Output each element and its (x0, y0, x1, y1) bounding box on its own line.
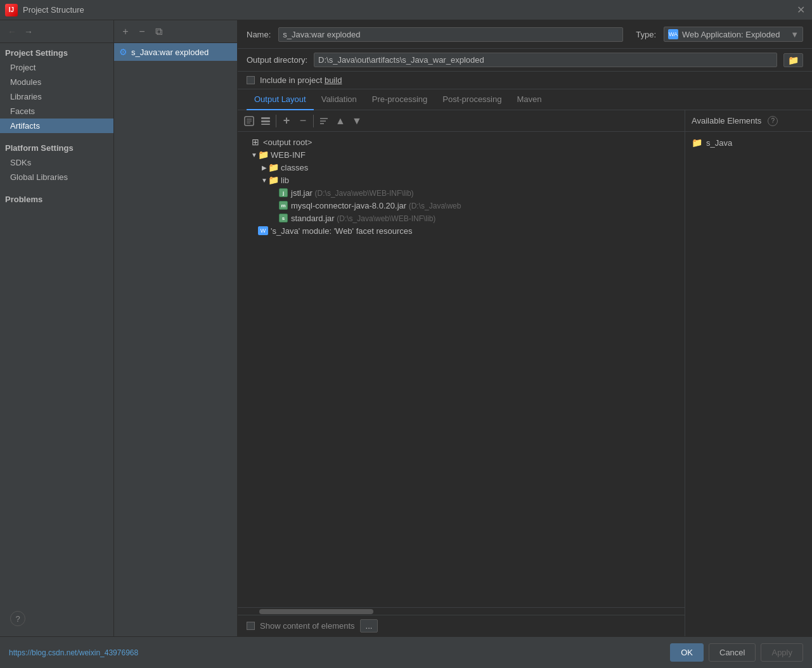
tree-add-button[interactable]: + (279, 113, 294, 129)
footer-link[interactable]: https://blog.csdn.net/weixin_43976968 (9, 648, 138, 657)
sidebar-item-problems[interactable]: Problems (0, 189, 113, 207)
tree-node-web-inf[interactable]: ▼ 📁 WEB-INF (238, 148, 685, 161)
settings-header: Name: Type: WA Web Application: Exploded… (238, 20, 812, 49)
include-build-label[interactable]: Include in project build (260, 75, 342, 85)
name-input[interactable] (278, 27, 623, 42)
tree-node-facet-resources[interactable]: W 's_Java' module: 'Web' facet resources (238, 224, 685, 237)
artifact-item-label: s_Java:war exploded (131, 48, 209, 57)
tree-move-down-button[interactable]: ▼ (349, 113, 364, 129)
tree-move-up-button[interactable]: ▲ (333, 113, 348, 129)
sidebar-item-artifacts-label: Artifacts (10, 121, 40, 131)
browse-folder-button[interactable]: 📁 (783, 53, 803, 67)
dots-button[interactable]: ... (360, 619, 378, 633)
output-layout-content: + − ▲ ▼ (238, 110, 812, 636)
sidebar-item-project-label: Project (10, 63, 35, 72)
help-button[interactable]: ? (10, 611, 25, 626)
tree-node-classes[interactable]: ▶ 📁 classes (238, 161, 685, 174)
tree-node-standard-label: standard.jar (D:\s_Java\web\WEB-INF\lib) (291, 214, 435, 223)
include-build-row: Include in project build (238, 72, 812, 89)
sidebar-item-sdks-label: SDKs (10, 158, 31, 167)
tree-arrow-lib: ▼ (261, 177, 268, 184)
tab-maven[interactable]: Maven (509, 89, 549, 110)
horizontal-scrollbar[interactable] (238, 607, 685, 615)
tree-node-jstl-path: (D:\s_Java\web\WEB-INF\lib) (315, 189, 414, 198)
tab-post-processing[interactable]: Post-processing (435, 89, 509, 110)
scroll-thumb (259, 609, 373, 614)
tree-node-output-root[interactable]: ⊞ <output root> (238, 136, 685, 148)
type-dropdown[interactable]: WA Web Application: Exploded ▼ (664, 27, 803, 42)
tree-arrow-web-inf: ▼ (250, 151, 258, 158)
artifact-list: ⚙ s_Java:war exploded (114, 43, 237, 636)
add-artifact-button[interactable]: + (118, 24, 133, 39)
artifact-item-s-java-war[interactable]: ⚙ s_Java:war exploded (114, 43, 237, 61)
sidebar-item-facets[interactable]: Facets (0, 104, 113, 119)
sort-icon (319, 116, 329, 126)
tree-toolbar: + − ▲ ▼ (238, 110, 685, 132)
artifact-panel: + − ⧉ ⚙ s_Java:war exploded (114, 20, 238, 636)
include-build-underline: build (325, 75, 342, 85)
tree-node-standard-jar[interactable]: s standard.jar (D:\s_Java\web\WEB-INF\li… (238, 212, 685, 224)
title-bar: IJ Project Structure ✕ (0, 0, 812, 20)
output-root-icon: ⊞ (250, 137, 261, 147)
output-dir-label: Output directory: (247, 55, 307, 65)
tree-node-standard-path: (D:\s_Java\web\WEB-INF\lib) (337, 214, 435, 223)
tab-validation[interactable]: Validation (314, 89, 364, 110)
output-dir-row: Output directory: 📁 (238, 49, 812, 72)
tree-btn-2[interactable] (258, 113, 273, 129)
available-elements-help-icon[interactable]: ? (768, 116, 778, 126)
tree-node-facet-label: 's_Java' module: 'Web' facet resources (271, 226, 413, 236)
tab-pre-processing[interactable]: Pre-processing (364, 89, 435, 110)
svg-rect-5 (261, 120, 270, 122)
forward-button[interactable]: → (22, 25, 35, 38)
ok-button[interactable]: OK (670, 643, 704, 662)
title-bar-left: IJ Project Structure (5, 4, 84, 16)
type-value: Web Application: Exploded (682, 30, 780, 39)
tree-remove-button[interactable]: − (295, 113, 311, 129)
available-elements-header: Available Elements ? (685, 110, 812, 132)
tree-node-classes-label: classes (281, 163, 308, 172)
apply-button[interactable]: Apply (761, 643, 803, 662)
jar-icon-standard: s (279, 214, 288, 222)
sidebar-item-artifacts[interactable]: Artifacts (0, 119, 113, 133)
cancel-button[interactable]: Cancel (709, 643, 756, 662)
module-facet-icon: W (258, 226, 268, 236)
sidebar-item-project[interactable]: Project (0, 60, 113, 75)
sidebar-item-global-libraries[interactable]: Global Libraries (0, 170, 113, 184)
sidebar-item-facets-label: Facets (10, 106, 35, 116)
tree-node-lib[interactable]: ▼ 📁 lib (238, 174, 685, 186)
include-build-checkbox[interactable] (247, 76, 255, 84)
available-item-s-java[interactable]: 📁 s_Java (692, 136, 806, 150)
app-icon: IJ (5, 4, 18, 16)
type-icon-label: WA (669, 31, 678, 37)
output-dir-input[interactable] (314, 53, 777, 67)
close-button[interactable]: ✕ (794, 4, 807, 16)
jar-icon-mysql: m (279, 201, 288, 210)
tree-node-mysql-label: mysql-connector-java-8.0.20.jar (D:\s_Ja… (291, 201, 461, 210)
tabs-bar: Output Layout Validation Pre-processing … (238, 89, 812, 110)
svg-rect-6 (261, 124, 270, 125)
tree-sort-button[interactable] (316, 113, 332, 129)
sidebar-item-libraries-label: Libraries (10, 92, 42, 101)
show-content-checkbox[interactable] (247, 622, 255, 630)
tree-node-lib-label: lib (281, 176, 289, 185)
folder-lib-icon: 📁 (268, 175, 278, 185)
sidebar-item-modules[interactable]: Modules (0, 75, 113, 89)
tree-node-mysql-jar[interactable]: m mysql-connector-java-8.0.20.jar (D:\s_… (238, 199, 685, 212)
sidebar-item-global-libraries-label: Global Libraries (10, 172, 68, 182)
copy-artifact-button[interactable]: ⧉ (151, 24, 166, 39)
tree-node-jstl-label: jstl.jar (D:\s_Java\web\WEB-INF\lib) (291, 188, 414, 198)
tree-btn-1[interactable] (242, 113, 257, 129)
toolbar-separator-2 (313, 115, 314, 127)
remove-artifact-button[interactable]: − (134, 24, 150, 39)
tab-output-layout[interactable]: Output Layout (247, 89, 314, 110)
sidebar-item-modules-label: Modules (10, 77, 41, 87)
back-button[interactable]: ← (5, 25, 19, 38)
artifact-war-icon: ⚙ (119, 47, 127, 57)
jar-jstl-icon: j (278, 188, 288, 198)
sidebar-item-sdks[interactable]: SDKs (0, 155, 113, 170)
tree-node-jstl-jar[interactable]: j jstl.jar (D:\s_Java\web\WEB-INF\lib) (238, 186, 685, 199)
tree-arrow-classes: ▶ (261, 164, 268, 171)
folder-web-inf-icon: 📁 (258, 150, 268, 160)
jar-mysql-icon: m (278, 200, 288, 210)
sidebar-item-libraries[interactable]: Libraries (0, 89, 113, 104)
